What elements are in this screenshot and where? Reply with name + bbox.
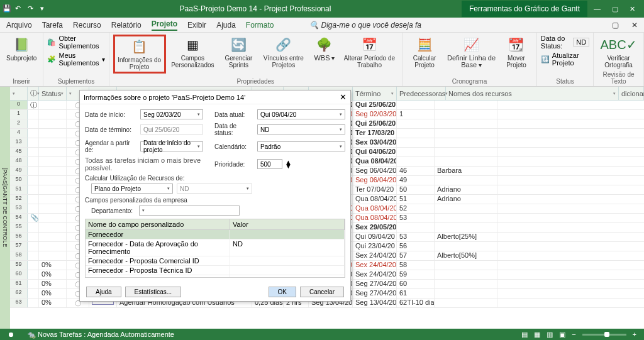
departamento-label: Departamento: bbox=[91, 207, 135, 214]
minimize-icon[interactable]: — bbox=[594, 5, 601, 13]
ef-row[interactable]: Fornecedor - Proposta Técnica ID bbox=[86, 266, 345, 275]
group-label: Inserir bbox=[4, 77, 39, 86]
menu-ajuda[interactable]: Ajuda bbox=[216, 21, 236, 30]
zoom-in-icon[interactable]: + bbox=[633, 331, 636, 338]
view-gantt-icon[interactable]: ▤ bbox=[521, 331, 528, 339]
ef-header-value[interactable]: Valor bbox=[230, 219, 345, 229]
ef-row[interactable]: Fornecedor - Data de Aprovação do Fornec… bbox=[86, 239, 345, 256]
campos-personalizados-button[interactable]: ▦ Campos Personalizados bbox=[167, 35, 218, 70]
col-header-predecessoras[interactable]: Predecessoras bbox=[397, 87, 446, 100]
ribbon-group-propriedades: 📋 Informações do Projeto ▦ Campos Person… bbox=[109, 33, 402, 86]
meus-suplementos-button[interactable]: 🧩Meus Suplementos ▾ bbox=[47, 52, 104, 67]
obter-suplementos-button[interactable]: 🛍️Obter Suplementos bbox=[47, 35, 104, 50]
ajuda-button[interactable]: Ajuda bbox=[86, 287, 121, 297]
menu-relatorio[interactable]: Relatório bbox=[111, 21, 142, 30]
data-termino-label: Data de término: bbox=[85, 126, 138, 133]
save-icon[interactable]: 💾 bbox=[3, 4, 11, 13]
agendar-hint: Todas as tarefas iniciam o mais breve po… bbox=[85, 156, 211, 172]
gerenciar-sprints-button[interactable]: 🔄 Gerenciar Sprints bbox=[219, 35, 258, 70]
maximize-icon[interactable]: ▢ bbox=[612, 5, 618, 13]
view-2-icon[interactable]: ▦ bbox=[534, 331, 540, 339]
ef-row[interactable]: Fornecedor - Proposta Comercial ID bbox=[86, 256, 345, 266]
search-icon: 🔍 bbox=[309, 21, 319, 30]
col-header-info[interactable]: ⓘ bbox=[28, 87, 39, 100]
ribbon-group-inserir: 📗 Subprojeto Inserir bbox=[0, 33, 43, 86]
ribbon: 📗 Subprojeto Inserir 🛍️Obter Suplementos… bbox=[0, 33, 644, 87]
ef-row[interactable]: Fornecedor - Valor da PropostaR$ 0,00 bbox=[86, 275, 345, 278]
zoom-slider[interactable] bbox=[582, 334, 626, 336]
data-status-field[interactable]: ND bbox=[257, 124, 345, 134]
informacoes-projeto-label: Informações do Projeto bbox=[118, 57, 162, 70]
ef-row[interactable]: Fornecedor bbox=[86, 230, 345, 239]
group-label: Revisão de Texto bbox=[597, 70, 640, 86]
definir-linha-base-button[interactable]: 📈 Definir Linha de Base ▾ bbox=[444, 35, 499, 70]
view-4-icon[interactable]: ▣ bbox=[559, 331, 565, 339]
close-window-icon[interactable]: ✕ bbox=[631, 21, 638, 30]
calendario-label: Calendário: bbox=[214, 143, 255, 150]
tell-me-search[interactable]: 🔍 Diga-me o que você deseja fa bbox=[309, 21, 421, 30]
col-header-add[interactable]: dicionar bbox=[619, 87, 644, 100]
label: Gerenciar Sprints bbox=[222, 55, 255, 69]
spin-down-icon[interactable]: ▼ bbox=[285, 164, 292, 168]
ribbon-group-status: Data do Status: ND 🔃Atualizar Projeto St… bbox=[537, 33, 594, 86]
alterar-periodo-button[interactable]: 📅 Alterar Período de Trabalho bbox=[341, 35, 398, 70]
agendar-field[interactable]: Data de início do projeto bbox=[140, 141, 203, 151]
calcular-projeto-button[interactable]: 🧮 Calcular Projeto bbox=[406, 35, 443, 70]
wbs-button[interactable]: 🌳 WBS ▾ bbox=[309, 35, 340, 63]
project-info-dialog: Informações sobre o projeto 'PaaS-Projet… bbox=[79, 90, 351, 302]
col-header-recursos[interactable]: Nomes dos recursos bbox=[446, 87, 619, 100]
prioridade-field[interactable]: 500 bbox=[257, 159, 282, 169]
wbs-icon: 🌳 bbox=[316, 36, 333, 53]
project-info-icon: 📋 bbox=[131, 38, 148, 55]
ribbon-display-icon[interactable]: ▢ bbox=[612, 21, 619, 30]
cancelar-button[interactable]: Cancelar bbox=[300, 287, 344, 297]
ribbon-group-cronograma: 🧮 Calcular Projeto 📈 Definir Linha de Ba… bbox=[402, 33, 537, 86]
label: Calcular Projeto bbox=[409, 55, 440, 69]
label: Definir Linha de Base ▾ bbox=[447, 55, 496, 69]
qat-dropdown-icon[interactable]: ▾ bbox=[40, 4, 49, 13]
data-atual-label: Data atual: bbox=[214, 111, 255, 118]
leftbar-view-label[interactable]: [PAAS]GANTT DE CONTROLE bbox=[0, 87, 10, 329]
ok-button[interactable]: OK bbox=[269, 287, 296, 297]
verificar-ortografia-button[interactable]: ABC✓ Verificar Ortografia bbox=[597, 35, 640, 70]
data-inicio-field[interactable]: Seg 02/03/20 bbox=[140, 109, 203, 119]
plano-projeto-field[interactable]: Plano do Projeto bbox=[91, 184, 173, 194]
menu-projeto[interactable]: Projeto bbox=[152, 19, 177, 31]
col-header-termino[interactable]: Término bbox=[353, 87, 397, 100]
label: Campos Personalizados bbox=[170, 55, 216, 69]
calendario-field[interactable]: Padrão bbox=[257, 141, 345, 151]
col-header-rownum[interactable] bbox=[10, 87, 28, 100]
agendar-label: Agendar a partir de: bbox=[85, 140, 138, 153]
update-icon: 🔃 bbox=[541, 55, 550, 63]
col-header-status[interactable]: Status bbox=[39, 87, 67, 100]
data-atual-field[interactable]: Qui 09/04/20 bbox=[257, 109, 345, 119]
status-icon: ⏺ bbox=[8, 331, 14, 338]
label: WBS ▾ bbox=[314, 55, 335, 62]
label: Mover Projeto bbox=[502, 55, 530, 69]
close-icon[interactable]: ✕ bbox=[630, 5, 635, 13]
undo-icon[interactable]: ↶ bbox=[15, 4, 24, 13]
data-inicio-label: Data de início: bbox=[85, 111, 138, 118]
atualizar-projeto-button[interactable]: 🔃Atualizar Projeto bbox=[541, 52, 589, 67]
menu-tarefa[interactable]: Tarefa bbox=[42, 21, 63, 30]
departamento-field[interactable] bbox=[139, 206, 240, 216]
subprojeto-icon: 📗 bbox=[13, 36, 30, 53]
menu-arquivo[interactable]: Arquivo bbox=[6, 21, 32, 30]
menu-formato[interactable]: Formato bbox=[246, 21, 274, 30]
menu-exibir[interactable]: Exibir bbox=[187, 21, 206, 30]
menu-recurso[interactable]: Recurso bbox=[73, 21, 101, 30]
label: Alterar Período de Trabalho bbox=[343, 55, 396, 69]
vinculos-projetos-button[interactable]: 🔗 Vínculos entre Projetos bbox=[259, 35, 308, 70]
move-project-icon: 📆 bbox=[508, 36, 525, 53]
zoom-out-icon[interactable]: − bbox=[572, 331, 575, 338]
redo-icon[interactable]: ↷ bbox=[28, 4, 36, 13]
context-tab[interactable]: Ferramentas do Gráfico de Gantt bbox=[462, 1, 587, 17]
spellcheck-icon: ABC✓ bbox=[610, 36, 628, 53]
mover-projeto-button[interactable]: 📆 Mover Projeto bbox=[500, 35, 533, 70]
informacoes-projeto-button[interactable]: 📋 Informações do Projeto bbox=[113, 35, 166, 74]
estatisticas-button[interactable]: Estatísticas... bbox=[125, 287, 181, 297]
ef-header-name[interactable]: Nome do campo personalizado bbox=[86, 219, 230, 229]
subprojeto-button[interactable]: 📗 Subprojeto bbox=[4, 35, 39, 63]
view-3-icon[interactable]: ▥ bbox=[547, 331, 553, 339]
dialog-close-icon[interactable]: ✕ bbox=[340, 92, 347, 102]
